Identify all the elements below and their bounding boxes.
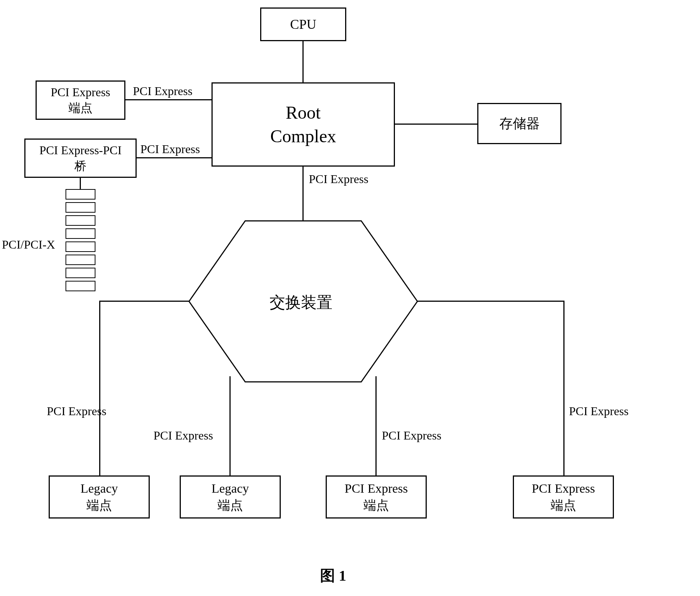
switch-label: 交换装置 (270, 292, 332, 313)
legacy-endpoint-1-label-1: Legacy (80, 480, 118, 497)
cpu-box: CPU (260, 7, 346, 41)
label-pcie-legacy2: PCI Express (153, 429, 213, 443)
label-pcie-legacy1: PCI Express (47, 404, 106, 418)
memory-label: 存储器 (499, 115, 540, 133)
label-pcie-top: PCI Express (133, 84, 192, 98)
line-bridge-root (137, 157, 211, 158)
line-bridge-bus (80, 178, 81, 189)
pcie-endpoint-4-label-1: PCI Express (532, 480, 595, 497)
pcie-endpoint-topleft-label-2: 端点 (69, 100, 92, 116)
bus-segment-8 (66, 281, 95, 291)
bus-segment-2 (66, 202, 95, 213)
pcie-endpoint-3-label-2: 端点 (363, 497, 389, 514)
line-cpu-root (302, 41, 304, 82)
label-pci-pcix: PCI/PCI-X (2, 238, 55, 252)
line-switch-legacy1-v (99, 301, 100, 475)
bus-segment-4 (66, 228, 95, 239)
bus-segment-1 (66, 189, 95, 200)
memory-box: 存储器 (477, 103, 561, 144)
label-pcie-ep3: PCI Express (382, 429, 441, 443)
label-pcie-bridge: PCI Express (140, 142, 200, 156)
pcie-endpoint-topleft-box: PCI Express 端点 (36, 80, 125, 120)
legacy-endpoint-2-label-2: 端点 (217, 497, 243, 514)
line-pcie-endpoint-root (125, 99, 211, 100)
line-root-switch (302, 167, 304, 221)
pcie-endpoint-3-box: PCI Express 端点 (326, 475, 427, 519)
line-switch-pcie4-h (417, 301, 563, 302)
legacy-endpoint-1-box: Legacy 端点 (49, 475, 150, 519)
root-complex-label-1: Root (286, 101, 320, 124)
legacy-endpoint-2-box: Legacy 端点 (180, 475, 281, 519)
figure-label: 图 1 (320, 565, 346, 586)
cpu-label: CPU (290, 16, 316, 33)
line-root-memory (395, 124, 477, 125)
root-complex-box: Root Complex (211, 82, 395, 167)
pcie-endpoint-3-label-1: PCI Express (344, 480, 408, 497)
line-switch-pcie3-v (375, 376, 377, 475)
bus-segment-7 (66, 268, 95, 278)
label-pcie-root-switch: PCI Express (309, 172, 368, 186)
legacy-endpoint-1-label-2: 端点 (86, 497, 112, 514)
line-switch-legacy1-h (99, 301, 189, 302)
pcie-endpoint-4-box: PCI Express 端点 (513, 475, 614, 519)
bus-segment-3 (66, 215, 95, 226)
pcie-endpoint-topleft-label-1: PCI Express (51, 85, 110, 100)
bus-segment-5 (66, 241, 95, 252)
label-pcie-ep4: PCI Express (569, 404, 629, 418)
line-switch-legacy2-v (229, 376, 231, 475)
legacy-endpoint-2-label-1: Legacy (211, 480, 249, 497)
pci-bridge-label-2: 桥 (74, 158, 86, 174)
pci-bridge-box: PCI Express-PCI 桥 (24, 139, 137, 178)
root-complex-label-2: Complex (270, 125, 336, 148)
line-switch-pcie4-v (563, 301, 564, 475)
pcie-endpoint-4-label-2: 端点 (551, 497, 576, 514)
pci-bridge-label-1: PCI Express-PCI (39, 143, 122, 158)
bus-segment-6 (66, 255, 95, 265)
